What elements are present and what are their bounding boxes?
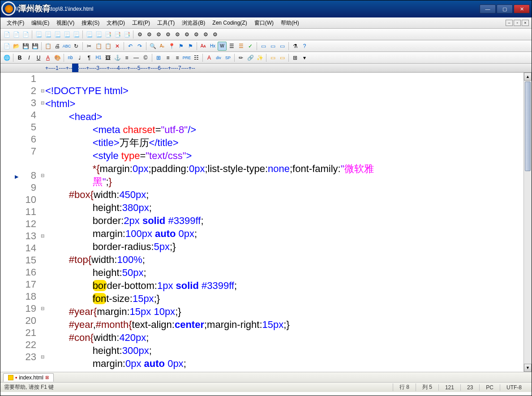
font-icon[interactable]: Aᴀ [199,42,208,51]
form2-icon[interactable]: ▭ [278,53,287,62]
list-icon[interactable]: ☷ [192,53,201,62]
check-icon[interactable]: ✓ [246,42,255,51]
doc-icon[interactable]: 📃 [34,30,43,39]
table-icon[interactable]: ⊞ [154,53,163,62]
undo-icon[interactable]: ↶ [126,42,135,51]
para-icon[interactable]: ¶ [85,53,94,62]
edit-icon[interactable]: ✏ [236,53,245,62]
copy-icon[interactable]: 📋 [43,42,52,51]
bookmark-icon[interactable]: ⚑ [176,42,185,51]
doc5-icon[interactable]: 📃 [72,30,81,39]
save-icon[interactable]: 💾 [21,42,30,51]
panel1-icon[interactable]: ▭ [259,42,268,51]
pre-icon[interactable]: PRE [182,53,191,62]
menu-browser[interactable]: 浏览器(B) [178,18,209,28]
code2-icon[interactable]: ⚙ [145,30,154,39]
minimize-button[interactable]: — [480,4,496,13]
wrap-icon[interactable]: W [218,42,227,51]
open-icon[interactable]: 📂 [12,42,21,51]
spell-icon[interactable]: ABC [62,42,71,51]
new-file-icon[interactable]: 📄 [2,30,11,39]
scroll-down-icon[interactable]: ▼ [524,364,532,372]
menu-search[interactable]: 搜索(S) [78,18,103,28]
code6-icon[interactable]: ⚙ [182,30,191,39]
lines-icon[interactable]: ☰ [227,42,236,51]
doc4-icon[interactable]: 📃 [62,30,71,39]
goto-icon[interactable]: 📍 [167,42,176,51]
delete-icon[interactable]: ✕ [113,42,122,51]
menu-help[interactable]: 帮助(H) [277,18,303,28]
scroll-thumb[interactable] [525,82,531,171]
tab-close-icon[interactable]: ⊠ [45,375,49,380]
code9-icon[interactable]: ⚙ [210,30,219,39]
code4-icon[interactable]: ⚙ [163,30,172,39]
menu-file[interactable]: 文件(F) [3,18,28,28]
bold-icon[interactable]: B [15,53,24,62]
fold-column[interactable]: ⊟⊟ ⊟ ⊟ ⊟ ⊟ [41,73,45,372]
close-button[interactable]: ✕ [514,4,530,13]
italic-icon[interactable]: I [25,53,34,62]
ruler-marker[interactable] [72,64,78,73]
new-icon[interactable]: 📄 [2,42,11,51]
bookmark2-icon[interactable]: ⚑ [186,42,195,51]
palette-icon[interactable]: 🎨 [53,53,62,62]
new-file2-icon[interactable]: 📄 [12,30,21,39]
maximize-button[interactable]: ▢ [497,4,513,13]
tool1-icon[interactable]: ⚗ [291,42,300,51]
doc7-icon[interactable]: 📃 [94,30,103,39]
mdi-max-icon[interactable]: ▫ [514,20,521,26]
center-icon[interactable]: ≡ [173,53,182,62]
menu-window[interactable]: 窗口(W) [251,18,277,28]
doc10-icon[interactable]: 📑 [122,30,131,39]
vertical-scrollbar[interactable]: ▲ ▼ [523,73,532,372]
menu-edit[interactable]: 编辑(E) [28,18,53,28]
doc3-icon[interactable]: 📃 [53,30,62,39]
note-icon[interactable]: ♩ [75,53,84,62]
menu-doc[interactable]: 文档(D) [103,18,129,28]
panel3-icon[interactable]: ▭ [278,42,287,51]
tab-index-html[interactable]: • index.html ⊠ [3,373,54,382]
find-icon[interactable]: 🔍 [148,42,157,51]
form1-icon[interactable]: ▭ [268,53,277,62]
hex-icon[interactable]: Hx [208,42,217,51]
copy2-icon[interactable]: 📋 [94,42,103,51]
code1-icon[interactable]: ⚙ [135,30,144,39]
grid-icon[interactable]: ⊞ [291,53,300,62]
globe-icon[interactable]: 🌐 [2,53,11,62]
anchor-icon[interactable]: ⚓ [113,53,122,62]
underline-icon[interactable]: U [34,53,43,62]
redo-icon[interactable]: ↷ [135,42,144,51]
menu-view[interactable]: 视图(V) [53,18,78,28]
code3-icon[interactable]: ⚙ [154,30,163,39]
link-icon[interactable]: 🔗 [246,53,255,62]
code8-icon[interactable]: ⚙ [201,30,210,39]
editor[interactable]: ▶ 1234567 891011121314151617181920212223… [0,73,532,372]
fontcolor-icon[interactable]: A [43,53,52,62]
doc6-icon[interactable]: 📃 [85,30,94,39]
menu-project[interactable]: 工程(P) [129,18,154,28]
code-area[interactable]: <!DOCTYPE html> <html> <head> <meta char… [45,73,523,372]
print-icon[interactable]: 🖨 [53,42,62,51]
image-icon[interactable]: 🖼 [103,53,112,62]
wand-icon[interactable]: ✨ [255,53,264,62]
copyright-icon[interactable]: © [141,53,150,62]
menu-zen[interactable]: Zen Coding(Z) [209,19,250,27]
menu-tools[interactable]: 工具(T) [154,18,178,28]
scroll-up-icon[interactable]: ▲ [524,73,532,81]
replace-icon[interactable]: Aₐ [158,42,167,51]
mdi-close-icon[interactable]: × [522,20,529,26]
align-icon[interactable]: ≡ [122,53,131,62]
code5-icon[interactable]: ⚙ [173,30,182,39]
cut-icon[interactable]: ✂ [85,42,94,51]
mdi-min-icon[interactable]: – [506,20,513,26]
saveall-icon[interactable]: 💾 [30,42,39,51]
nb-icon[interactable]: nb [66,53,75,62]
new-file3-icon[interactable]: 📄 [21,30,30,39]
doc9-icon[interactable]: 📑 [113,30,122,39]
more-icon[interactable]: ▾ [300,53,309,62]
doc2-icon[interactable]: 📃 [43,30,52,39]
h1-icon[interactable]: H1 [94,53,103,62]
help-icon[interactable]: ? [300,42,309,51]
sp-icon[interactable]: SP [223,53,232,62]
code7-icon[interactable]: ⚙ [192,30,201,39]
